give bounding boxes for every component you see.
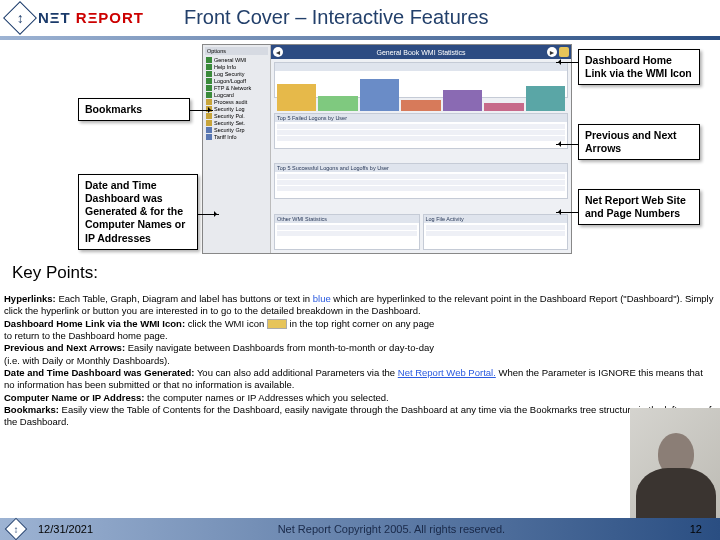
bookmark-item[interactable]: Logon/Logoff bbox=[205, 77, 268, 84]
footer-copyright: Net Report Copyright 2005. All rights re… bbox=[278, 523, 505, 535]
bookmarks-pane[interactable]: Options General WMI Help Info Log Securi… bbox=[203, 45, 271, 253]
dashboard-screenshot: Options General WMI Help Info Log Securi… bbox=[202, 44, 572, 254]
next-arrow-icon[interactable]: ► bbox=[547, 47, 557, 57]
slide-footer: ↕ 12/31/2021 Net Report Copyright 2005. … bbox=[0, 518, 720, 540]
brand-report: RΞPORT bbox=[76, 9, 144, 26]
bookmark-item[interactable]: Security Pol. bbox=[205, 112, 268, 119]
tree-icon bbox=[206, 78, 212, 84]
tree-icon bbox=[206, 71, 212, 77]
table-panel[interactable]: Top 5 Failed Logons by User bbox=[274, 113, 568, 149]
keypoints-heading: Key Points: bbox=[12, 263, 98, 283]
callout-arrow bbox=[556, 212, 578, 213]
tree-icon bbox=[206, 120, 212, 126]
bookmark-item[interactable]: Logcard bbox=[205, 91, 268, 98]
bookmark-item[interactable]: Log Security bbox=[205, 70, 268, 77]
panel-header: Log File Activity bbox=[424, 215, 568, 223]
callout-arrow bbox=[556, 144, 578, 145]
tree-icon bbox=[206, 64, 212, 70]
header-divider bbox=[0, 36, 720, 40]
brand-logo: ↕ NΞT RΞPORT bbox=[8, 6, 144, 30]
diagram-area: Options General WMI Help Info Log Securi… bbox=[0, 44, 720, 314]
prev-arrow-icon[interactable]: ◄ bbox=[273, 47, 283, 57]
callout-arrow bbox=[189, 110, 213, 111]
tree-icon bbox=[206, 57, 212, 63]
callout-dashhome: Dashboard Home Link via the WMI Icon bbox=[578, 49, 700, 85]
footer-logo-icon: ↕ bbox=[5, 518, 28, 540]
bookmark-item[interactable]: Security Log bbox=[205, 105, 268, 112]
tree-icon bbox=[206, 92, 212, 98]
bookmark-item[interactable]: Tariff Info bbox=[205, 133, 268, 140]
tree-icon bbox=[206, 85, 212, 91]
callout-arrow bbox=[197, 214, 219, 215]
bookmark-item[interactable]: Security Grp bbox=[205, 126, 268, 133]
table-panel[interactable]: Other WMI Statistics bbox=[274, 214, 420, 251]
page-title: Front Cover – Interactive Features bbox=[184, 6, 489, 29]
decorative-photo bbox=[630, 408, 720, 528]
bookmark-item[interactable]: Process audit bbox=[205, 98, 268, 105]
wmi-inline-icon bbox=[267, 319, 287, 329]
tree-icon bbox=[206, 127, 212, 133]
callout-netreport: Net Report Web Site and Page Numbers bbox=[578, 189, 700, 225]
brand-text: NΞT RΞPORT bbox=[38, 9, 144, 26]
brand-net: NΞT bbox=[38, 9, 76, 26]
keypoints-body: Hyperlinks: Each Table, Graph, Diagram a… bbox=[4, 293, 714, 429]
tree-icon bbox=[206, 134, 212, 140]
slide-header: ↕ NΞT RΞPORT Front Cover – Interactive F… bbox=[0, 0, 720, 35]
bookmark-item[interactable]: General WMI bbox=[205, 56, 268, 63]
blue-text-sample: blue bbox=[313, 293, 331, 304]
wmi-home-icon[interactable] bbox=[559, 47, 569, 57]
panel-header: Top 5 Failed Logons by User bbox=[275, 114, 567, 122]
dashboard-title: General Book WMI Statistics bbox=[376, 49, 465, 56]
table-panel[interactable]: Top 5 Successful Logons and Logoffs by U… bbox=[274, 163, 568, 199]
callout-arrow bbox=[556, 62, 578, 63]
panel-header: Top 5 Successful Logons and Logoffs by U… bbox=[275, 164, 567, 172]
bookmark-item[interactable]: Security Set. bbox=[205, 119, 268, 126]
panel-header bbox=[275, 63, 567, 71]
tree-icon bbox=[206, 113, 212, 119]
callout-datetime: Date and Time Dashboard was Generated & … bbox=[78, 174, 198, 250]
bookmark-item[interactable]: FTP & Network bbox=[205, 84, 268, 91]
dashboard-main: ◄ General Book WMI Statistics ► Top 5 Fa… bbox=[271, 45, 571, 253]
logo-diamond-icon: ↕ bbox=[3, 1, 37, 35]
chart-panel[interactable] bbox=[274, 62, 568, 98]
panel-header: Other WMI Statistics bbox=[275, 215, 419, 223]
footer-date: 12/31/2021 bbox=[38, 523, 93, 535]
table-panel[interactable]: Log File Activity bbox=[423, 214, 569, 251]
bookmark-item[interactable]: Help Info bbox=[205, 63, 268, 70]
tree-icon bbox=[206, 99, 212, 105]
callout-bookmarks: Bookmarks bbox=[78, 98, 190, 121]
dashboard-body: Top 5 Failed Logons by User Top 5 Succes… bbox=[271, 59, 571, 253]
callout-prevnext: Previous and Next Arrows bbox=[578, 124, 700, 160]
netreport-portal-link[interactable]: Net Report Web Portal. bbox=[398, 367, 496, 378]
bookmarks-header: Options bbox=[205, 47, 268, 55]
bar-chart bbox=[275, 71, 567, 113]
dashboard-titlebar: ◄ General Book WMI Statistics ► bbox=[271, 45, 571, 59]
footer-page-number: 12 bbox=[690, 523, 702, 535]
